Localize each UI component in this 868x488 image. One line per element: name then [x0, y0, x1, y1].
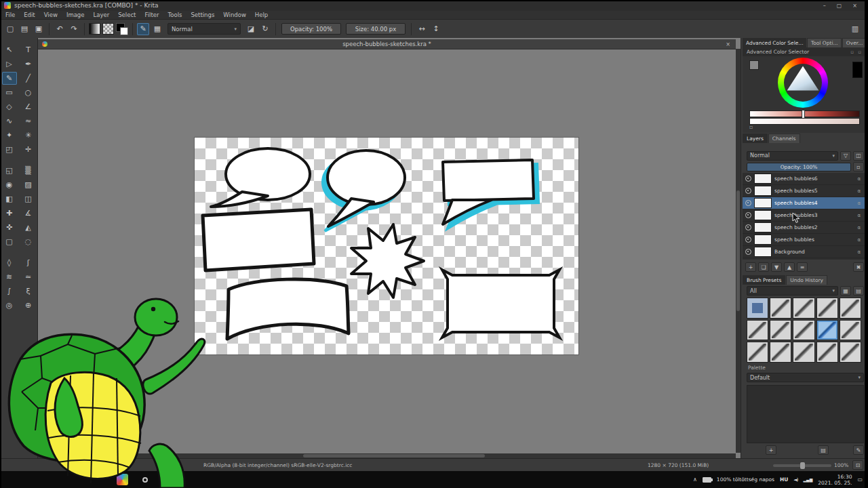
bezier-curve-tool[interactable]: ∿	[2, 115, 17, 127]
layer-visibility-eye-icon[interactable]	[745, 188, 751, 194]
color-wheel[interactable]	[778, 58, 828, 108]
brush-preset[interactable]	[747, 298, 768, 319]
brush-preset[interactable]	[816, 320, 838, 341]
brush-preset[interactable]	[793, 342, 814, 363]
color-sampler-tool[interactable]: ◉	[2, 178, 17, 191]
line-tool[interactable]: ╱	[21, 72, 36, 85]
horizontal-scroll-thumb[interactable]	[303, 454, 485, 458]
brush-preset[interactable]	[840, 342, 861, 363]
menu-item-window[interactable]: Window	[223, 12, 246, 18]
palette-swatch-area[interactable]	[747, 385, 864, 443]
layer-visibility-eye-icon[interactable]	[745, 200, 751, 206]
layer-row[interactable]: speech bubbles3α	[743, 209, 867, 222]
layer-visibility-eye-icon[interactable]	[745, 176, 751, 182]
eraser-mode-button[interactable]: ◪	[245, 23, 257, 35]
menu-item-tools[interactable]: Tools	[168, 12, 182, 18]
gradient-chooser[interactable]	[89, 23, 100, 35]
selector-settings-icon[interactable]: ▫	[749, 124, 753, 130]
ellipse-tool[interactable]: ○	[21, 86, 36, 99]
menu-item-file[interactable]: File	[5, 12, 15, 18]
color-history-strip[interactable]	[749, 118, 860, 125]
layer-visibility-eye-icon[interactable]	[745, 212, 751, 218]
layer-row[interactable]: Backgroundα	[743, 246, 867, 258]
select-shapes-tool[interactable]: ↖	[2, 43, 17, 56]
opacity-slider[interactable]: Opacity: 100%	[281, 23, 341, 35]
calligraphy-tool[interactable]: ✒	[21, 58, 36, 70]
gradient-tool[interactable]: ▒	[21, 164, 36, 177]
elliptical-selection-tool[interactable]: ◌	[21, 235, 36, 248]
rectangular-selection-tool[interactable]: ▢	[2, 235, 17, 248]
tab-brush-presets[interactable]: Brush Presets	[743, 275, 785, 285]
undo-button[interactable]: ↶	[54, 23, 66, 35]
open-document-button[interactable]: ▤	[18, 23, 31, 35]
lightness-strip[interactable]	[749, 110, 860, 117]
tab-advanced-color-sele[interactable]: Advanced Color Sele...	[743, 38, 806, 47]
brush-preset[interactable]	[793, 298, 814, 319]
multibrush-tool[interactable]: ✳	[21, 129, 36, 142]
tab-channels[interactable]: Channels	[768, 134, 800, 143]
fill-tool[interactable]: ◧	[2, 192, 17, 205]
keyboard-language-indicator[interactable]: HU	[780, 476, 788, 483]
tray-expand-icon[interactable]: ∧	[693, 476, 697, 483]
tab-tool-opti[interactable]: Tool Opti...	[807, 38, 842, 47]
layer-visibility-eye-icon[interactable]	[745, 249, 751, 255]
brush-presets-chooser-button[interactable]: ▦	[151, 23, 163, 35]
blending-mode-select[interactable]: Normal▾	[167, 23, 241, 35]
layer-visibility-eye-icon[interactable]	[745, 237, 751, 243]
menu-item-settings[interactable]: Settings	[191, 12, 214, 18]
layer-row[interactable]: speech bubblesα	[743, 234, 867, 246]
menu-item-image[interactable]: Image	[66, 12, 85, 18]
freehand-selection-tool[interactable]: ʃ	[21, 256, 36, 269]
layer-row[interactable]: speech bubbles6α	[743, 173, 867, 185]
hsv-triangle[interactable]	[785, 65, 821, 100]
menu-item-edit[interactable]: Edit	[24, 12, 35, 18]
redo-button[interactable]: ↷	[68, 23, 80, 35]
add-layer-button[interactable]: +	[745, 262, 756, 272]
brush-preset[interactable]	[840, 320, 861, 341]
layer-lock-button[interactable]: ▫	[853, 162, 864, 171]
pattern-edit-tool[interactable]: ▨	[21, 178, 36, 191]
palette-select[interactable]: Default ▾	[747, 373, 864, 382]
tab-over[interactable]: Over...	[842, 38, 867, 47]
pattern-chooser[interactable]	[102, 23, 114, 35]
layer-properties-button[interactable]: ≡	[797, 262, 808, 272]
move-layer-down-button[interactable]: ▼	[771, 262, 782, 272]
polyline-tool[interactable]: ∠	[21, 100, 36, 113]
reload-preset-button[interactable]: ↻	[259, 23, 271, 35]
notification-center-icon[interactable]: ▭	[857, 476, 863, 483]
mirror-vertical-button[interactable]: ↕	[430, 23, 442, 35]
menu-item-view[interactable]: View	[44, 12, 58, 18]
zoom-slider-thumb[interactable]	[800, 462, 805, 469]
document-close-button[interactable]: ×	[726, 41, 730, 47]
polygon-tool[interactable]: ◇	[2, 100, 17, 113]
duplicate-layer-button[interactable]: ❏	[758, 262, 769, 272]
close-button[interactable]: ×	[852, 3, 857, 9]
menu-item-filter[interactable]: Filter	[144, 12, 159, 18]
move-layer-up-button[interactable]: ▲	[784, 262, 795, 272]
mirror-horizontal-button[interactable]: ↔	[416, 23, 428, 35]
brush-preset[interactable]	[770, 342, 791, 363]
brush-preset[interactable]	[816, 298, 838, 319]
layer-opacity-slider[interactable]: Opacity: 100%	[747, 163, 851, 171]
dynamic-brush-tool[interactable]: ✦	[2, 129, 17, 142]
document-subwindow-header[interactable]: speech-bubbles-sketches.kra * ×	[38, 39, 736, 49]
taskbar-clock[interactable]: 16:30 2021. 05. 25.	[818, 474, 852, 486]
brush-preset[interactable]	[747, 342, 768, 363]
brush-preset[interactable]	[770, 298, 791, 319]
size-slider[interactable]: Size: 40.00 px	[346, 23, 406, 35]
save-document-button[interactable]: ▣	[33, 23, 45, 35]
measure-tool[interactable]: ∡	[21, 207, 36, 220]
volume-icon[interactable]: ◄)	[793, 477, 797, 483]
tab-undo-history[interactable]: Undo History	[786, 275, 827, 285]
new-document-button[interactable]: ▢	[4, 23, 16, 35]
minimize-button[interactable]: –	[823, 3, 826, 9]
vertical-scroll-thumb[interactable]	[736, 190, 740, 312]
palette-view-button[interactable]: ▤	[818, 445, 829, 455]
zoom-fit-button[interactable]: ⊡	[852, 460, 863, 470]
layer-row[interactable]: speech bubbles4α	[743, 197, 867, 209]
layer-row[interactable]: speech bubbles2α	[743, 222, 867, 234]
crop-tool[interactable]: ◱	[2, 164, 17, 177]
smart-patch-tool[interactable]: ✜	[2, 221, 17, 234]
maximize-button[interactable]: ▢	[837, 3, 842, 9]
menu-item-layer[interactable]: Layer	[94, 12, 110, 18]
